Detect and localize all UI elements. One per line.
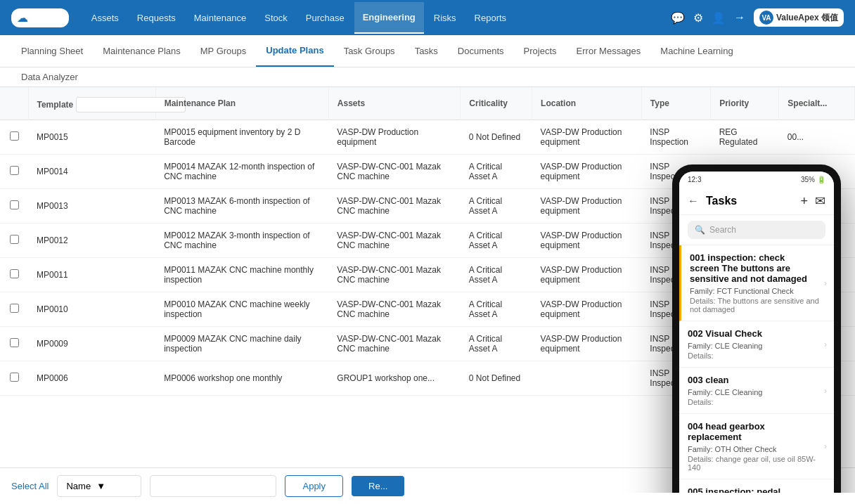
value-apex-label: ValueApex 领值 <box>776 12 838 24</box>
row-criticality: 0 Not Defined <box>461 120 532 155</box>
subnav-mp-groups[interactable]: MP Groups <box>191 36 257 66</box>
add-task-button[interactable]: + <box>800 194 808 209</box>
chevron-down-icon: ▼ <box>96 481 105 491</box>
subnav-maintenance-plans[interactable]: Maintenance Plans <box>93 36 191 66</box>
row-location: VASP-DW Production equipment <box>532 155 642 189</box>
row-checkbox-cell <box>0 292 28 327</box>
task-item-004[interactable]: 004 head gearbox replacement Family: OTH… <box>679 414 834 479</box>
filter-input[interactable] <box>150 475 276 493</box>
row-checkbox-6[interactable] <box>10 338 19 347</box>
row-template: MP0015 <box>28 120 155 155</box>
va-logo: VA <box>759 11 773 25</box>
user-icon[interactable]: 👤 <box>712 11 726 25</box>
th-location: Location <box>532 87 642 120</box>
sub-nav-row2: Data Analyzer <box>0 67 855 87</box>
row-assets: VASP-DW-CNC-001 Mazak CNC machine <box>328 224 461 258</box>
th-priority: Priority <box>711 87 779 120</box>
row-checkbox-7[interactable] <box>10 373 19 382</box>
phone-search-input[interactable]: 🔍 Search <box>688 221 825 239</box>
task-title-001: 001 inspection: check screen The buttons… <box>690 252 825 284</box>
row-location: VASP-DW Production equipment <box>532 224 642 258</box>
message-button[interactable]: ✉ <box>815 193 825 209</box>
top-navigation: ☁ EAMic Assets Requests Maintenance Stoc… <box>0 0 855 35</box>
row-checkbox-cell <box>0 155 28 189</box>
row-checkbox-5[interactable] <box>10 304 19 313</box>
nav-reports[interactable]: Reports <box>466 3 515 33</box>
back-button[interactable]: ← <box>688 195 699 207</box>
settings-icon[interactable]: ⚙ <box>693 11 703 25</box>
task-title-003: 003 clean <box>688 375 825 385</box>
row-checkbox-4[interactable] <box>10 269 19 278</box>
th-maintenance-plan: Maintenance Plan <box>155 87 328 120</box>
row-priority: REG Regulated <box>711 120 779 155</box>
subnav-task-groups[interactable]: Task Groups <box>334 36 405 66</box>
phone-time: 12:3 <box>688 176 701 183</box>
subnav-documents[interactable]: Documents <box>448 36 514 66</box>
row-template: MP0013 <box>28 189 155 224</box>
nav-requests[interactable]: Requests <box>129 3 184 33</box>
row-checkbox-cell <box>0 189 28 224</box>
row-assets: VASP-DW-CNC-001 Mazak CNC machine <box>328 327 461 361</box>
row-maintenance-plan: MP0011 MAZAK CNC machine monthly inspect… <box>155 258 328 292</box>
row-checkbox-2[interactable] <box>10 200 19 209</box>
task-item-005[interactable]: 005 inspection: pedal workbench button, … <box>679 479 834 493</box>
row-assets: GROUP1 workshop one... <box>328 361 461 396</box>
task-family-001: Family: FCT Functional Check <box>690 287 825 295</box>
subnav-update-plans[interactable]: Update Plans <box>256 35 333 67</box>
th-checkbox <box>0 87 28 120</box>
reset-button[interactable]: Re... <box>352 476 404 493</box>
logo[interactable]: ☁ EAMic <box>11 8 69 27</box>
subnav-machine-learning[interactable]: Machine Learning <box>650 36 742 66</box>
dropdown-label: Name <box>66 481 91 491</box>
task-title-002: 002 Visual Check <box>688 328 825 339</box>
row-template: MP0010 <box>28 292 155 327</box>
row-type: INSP Inspection <box>641 120 710 155</box>
task-family-002: Family: CLE Cleaning <box>688 342 825 350</box>
logo-text: EAMic <box>31 12 63 24</box>
subnav-data-analyzer[interactable]: Data Analyzer <box>11 66 88 88</box>
nav-maintenance[interactable]: Maintenance <box>186 3 255 33</box>
row-checkbox-cell <box>0 258 28 292</box>
logo-area[interactable]: ☁ EAMic <box>11 8 69 27</box>
task-details-004: Details: change gear oil, use oil 85W-14… <box>688 455 825 472</box>
message-icon[interactable]: 💬 <box>671 11 685 25</box>
apply-button[interactable]: Apply <box>285 475 343 493</box>
nav-risks[interactable]: Risks <box>425 3 465 33</box>
subnav-tasks[interactable]: Tasks <box>405 36 448 66</box>
nav-items: Assets Requests Maintenance Stock Purcha… <box>83 2 671 34</box>
nav-engineering[interactable]: Engineering <box>354 2 424 34</box>
row-specialty: 00... <box>779 120 855 155</box>
subnav-planning-sheet[interactable]: Planning Sheet <box>11 36 93 66</box>
nav-right-icons: 💬 ⚙ 👤 → VA ValueApex 领值 <box>671 8 844 27</box>
row-checkbox-cell <box>0 327 28 361</box>
subnav-error-messages[interactable]: Error Messages <box>567 36 651 66</box>
row-checkbox-3[interactable] <box>10 235 19 244</box>
row-criticality: A Critical Asset A <box>461 327 532 361</box>
row-location: VASP-DW Production equipment <box>532 120 642 155</box>
phone-screen: 12:3 35% 🔋 ← Tasks + ✉ 🔍 Search <box>679 172 834 493</box>
row-maintenance-plan: MP0009 MAZAK CNC machine daily inspectio… <box>155 327 328 361</box>
task-item-002[interactable]: 002 Visual Check Family: CLE Cleaning De… <box>679 321 834 368</box>
phone-search-bar: 🔍 Search <box>679 215 834 245</box>
phone-search-placeholder: Search <box>709 225 736 235</box>
row-checkbox-cell <box>0 224 28 258</box>
row-criticality: 0 Not Defined <box>461 361 532 396</box>
task-details-003: Details: <box>688 398 825 406</box>
row-location <box>532 361 642 396</box>
phone-title: Tasks <box>706 195 793 207</box>
task-item-001[interactable]: 001 inspection: check screen The buttons… <box>679 245 834 321</box>
row-checkbox-1[interactable] <box>10 166 19 175</box>
nav-purchase[interactable]: Purchase <box>297 3 353 33</box>
subnav-projects[interactable]: Projects <box>514 36 567 66</box>
task-details-001: Details: The buttons are sensitive and n… <box>690 297 825 314</box>
select-all-button[interactable]: Select All <box>11 481 49 491</box>
nav-assets[interactable]: Assets <box>83 3 127 33</box>
nav-stock[interactable]: Stock <box>256 3 296 33</box>
main-content: Template Maintenance Plan Assets Critica… <box>0 87 855 493</box>
task-item-003[interactable]: 003 clean Family: CLE Cleaning Details: … <box>679 368 834 414</box>
row-checkbox-0[interactable] <box>10 131 19 141</box>
table-header-row: Template Maintenance Plan Assets Critica… <box>0 87 855 120</box>
row-checkbox-cell <box>0 120 28 155</box>
arrow-icon[interactable]: → <box>734 11 745 24</box>
name-dropdown[interactable]: Name ▼ <box>57 475 141 493</box>
